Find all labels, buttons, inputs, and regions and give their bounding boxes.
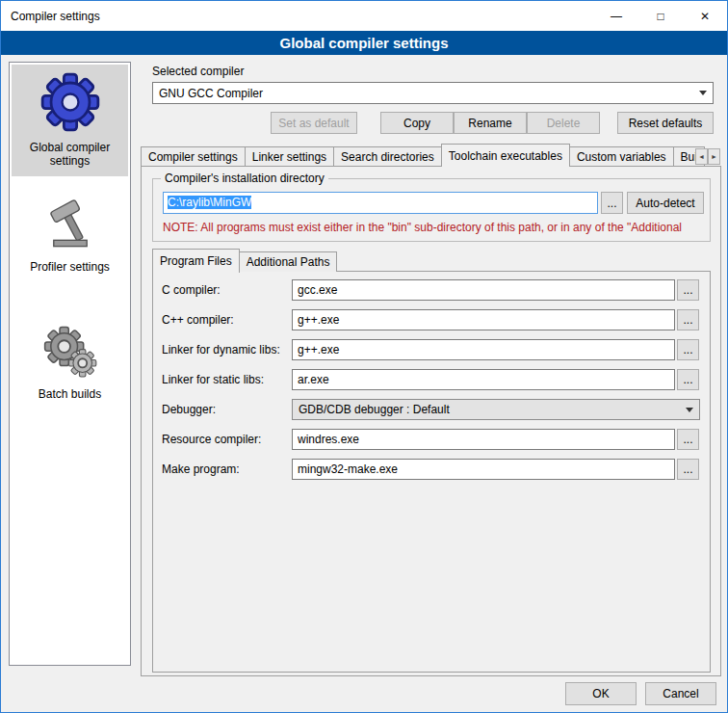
field-label: Linker for static libs: [162, 369, 264, 391]
sidebar-item-batch-builds[interactable]: Batch builds [12, 317, 128, 409]
installation-directory-label: Compiler's installation directory [161, 172, 328, 185]
chevron-down-icon [686, 408, 693, 412]
sidebar-item-label: Batch builds [39, 387, 101, 401]
sidebar-item-profiler-settings[interactable]: Profiler settings [12, 190, 128, 282]
field-label: Make program: [162, 459, 240, 481]
field-label: C++ compiler: [162, 309, 234, 331]
sidebar-item-label: Profiler settings [30, 260, 110, 274]
maximize-button[interactable]: □ [638, 1, 683, 31]
tab-compiler-settings[interactable]: Compiler settings [141, 146, 246, 167]
copy-button[interactable]: Copy [380, 112, 454, 134]
field-row-debugger: Debugger: GDB/CDB debugger : Default [152, 399, 711, 421]
field-label: Linker for dynamic libs: [162, 339, 280, 361]
window-title: Compiler settings [1, 10, 100, 23]
installation-directory-value: C:\raylib\MinGW [168, 196, 251, 209]
set-as-default-button[interactable]: Set as default [271, 112, 357, 134]
cpp-compiler-input[interactable] [292, 309, 675, 330]
debugger-select[interactable]: GDB/CDB debugger : Default [292, 399, 700, 420]
c-compiler-input[interactable] [292, 279, 675, 301]
browse-button[interactable]: ... [677, 369, 699, 390]
field-row-cpp-compiler: C++ compiler: ... [152, 309, 711, 331]
compiler-settings-dialog: Compiler settings — □ ✕ Global compiler … [0, 0, 728, 713]
rename-button[interactable]: Rename [454, 112, 527, 134]
close-button[interactable]: ✕ [683, 1, 727, 31]
titlebar[interactable]: Compiler settings — □ ✕ [1, 1, 727, 31]
tab-scroll-right-icon[interactable]: ► [708, 148, 720, 165]
reset-defaults-button[interactable]: Reset defaults [617, 112, 714, 134]
browse-button[interactable]: ... [677, 279, 699, 301]
linker-static-input[interactable] [292, 369, 675, 390]
gray-gears-icon [42, 324, 98, 380]
field-label: C compiler: [162, 279, 221, 302]
blue-gear-icon [39, 71, 101, 133]
installation-directory-input[interactable]: C:\raylib\MinGW [163, 192, 598, 214]
minimize-button[interactable]: — [594, 1, 638, 31]
settings-tab-strip: Compiler settings Linker settings Search… [141, 143, 721, 167]
sidebar-item-label: Global compiler settings [13, 141, 126, 168]
page-title: Global compiler settings [1, 31, 727, 55]
make-program-input[interactable] [292, 459, 675, 480]
field-row-linker-static: Linker for static libs: ... [152, 369, 711, 391]
tab-program-files[interactable]: Program Files [152, 249, 240, 273]
selected-compiler-label: Selected compiler [152, 65, 244, 78]
field-row-make-program: Make program: ... [152, 459, 711, 481]
ok-button[interactable]: OK [565, 682, 637, 705]
caption-buttons: — □ ✕ [594, 1, 727, 31]
tab-toolchain-executables[interactable]: Toolchain executables [441, 144, 570, 167]
delete-button[interactable]: Delete [527, 112, 600, 134]
browse-directory-button[interactable]: ... [601, 192, 623, 214]
resource-compiler-input[interactable] [292, 429, 675, 450]
auto-detect-button[interactable]: Auto-detect [627, 192, 704, 214]
installation-directory-group: Compiler's installation directory C:\ray… [152, 178, 711, 242]
sidebar-item-global-compiler-settings[interactable]: Global compiler settings [12, 65, 128, 176]
tab-custom-variables[interactable]: Custom variables [569, 146, 674, 167]
tab-search-directories[interactable]: Search directories [333, 146, 442, 167]
browse-button[interactable]: ... [677, 339, 699, 360]
tab-scroll-left-icon[interactable]: ◄ [695, 148, 708, 165]
browse-button[interactable]: ... [677, 309, 699, 330]
browse-button[interactable]: ... [677, 459, 699, 480]
compiler-select-value: GNU GCC Compiler [159, 87, 693, 100]
tab-linker-settings[interactable]: Linker settings [245, 146, 334, 167]
tab-additional-paths[interactable]: Additional Paths [239, 251, 338, 272]
field-label: Resource compiler: [162, 429, 261, 451]
field-row-c-compiler: C compiler: ... [152, 279, 711, 302]
compiler-select[interactable]: GNU GCC Compiler [152, 82, 714, 104]
field-row-resource-compiler: Resource compiler: ... [152, 429, 711, 451]
field-row-linker-dynamic: Linker for dynamic libs: ... [152, 339, 711, 361]
browse-button[interactable]: ... [677, 429, 699, 450]
bin-subdirectory-note: NOTE: All programs must exist either in … [163, 221, 708, 234]
chevron-down-icon [699, 91, 707, 95]
hammer-icon [42, 197, 98, 252]
linker-dynamic-input[interactable] [292, 339, 675, 360]
field-label: Debugger: [162, 399, 216, 421]
sidebar: Global compiler settings Profiler settin… [9, 62, 131, 666]
program-files-tab-strip: Program Files Additional Paths [152, 249, 337, 272]
cancel-button[interactable]: Cancel [645, 682, 716, 705]
debugger-select-value: GDB/CDB debugger : Default [299, 403, 680, 416]
